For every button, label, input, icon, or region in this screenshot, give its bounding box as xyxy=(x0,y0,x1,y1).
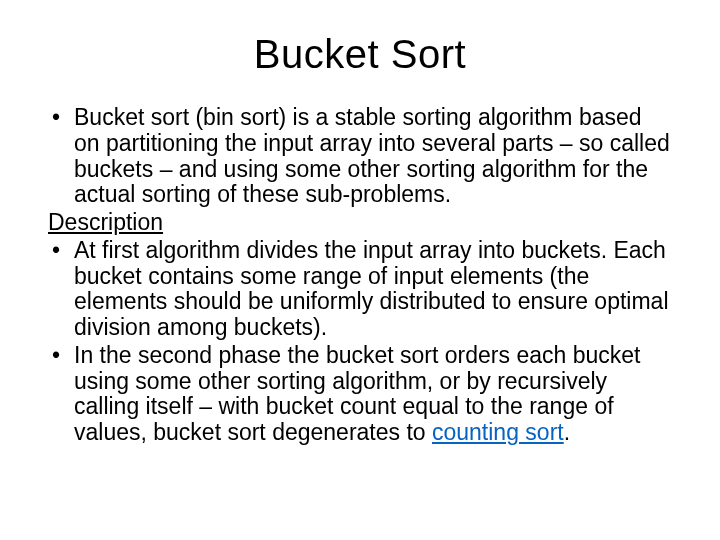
bullet-item-3: In the second phase the bucket sort orde… xyxy=(48,343,672,446)
bullet-item-2: At first algorithm divides the input arr… xyxy=(48,238,672,341)
description-label: Description xyxy=(48,209,163,235)
slide-title: Bucket Sort xyxy=(48,32,672,77)
bullet-item-1: Bucket sort (bin sort) is a stable sorti… xyxy=(48,105,672,208)
bullet-3-text-post: . xyxy=(564,419,570,445)
counting-sort-link[interactable]: counting sort xyxy=(432,419,564,445)
bullet-list: Bucket sort (bin sort) is a stable sorti… xyxy=(48,105,672,446)
description-heading: Description xyxy=(48,210,672,236)
slide-body: Bucket sort (bin sort) is a stable sorti… xyxy=(48,105,672,446)
slide: Bucket Sort Bucket sort (bin sort) is a … xyxy=(0,0,720,540)
